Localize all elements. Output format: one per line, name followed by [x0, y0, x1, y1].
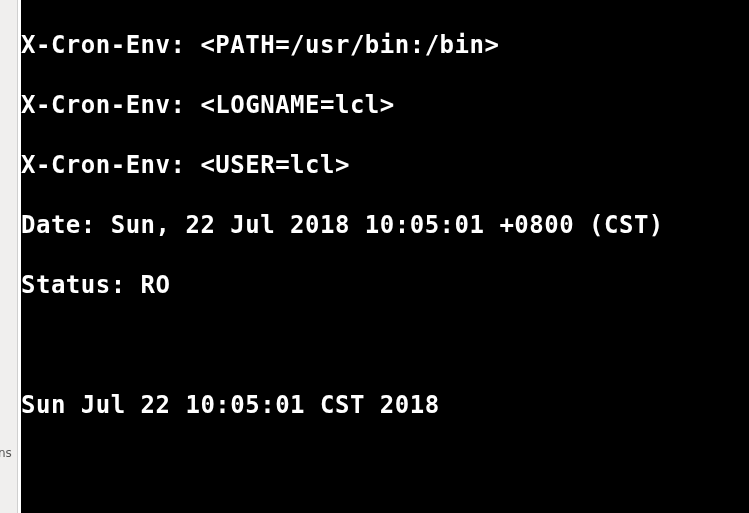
left-panel: ns [0, 0, 18, 513]
terminal-line: Status: RO [21, 270, 749, 300]
terminal-line: X-Cron-Env: <PATH=/usr/bin:/bin> [21, 30, 749, 60]
terminal-line: X-Cron-Env: <USER=lcl> [21, 150, 749, 180]
terminal-container: X-Cron-Env: <PATH=/usr/bin:/bin> X-Cron-… [18, 0, 749, 513]
terminal-line: X-Cron-Env: <LOGNAME=lcl> [21, 90, 749, 120]
terminal-output[interactable]: X-Cron-Env: <PATH=/usr/bin:/bin> X-Cron-… [21, 0, 749, 513]
terminal-line: Date: Sun, 22 Jul 2018 10:05:01 +0800 (C… [21, 210, 749, 240]
terminal-line [21, 450, 749, 480]
terminal-line: Sun Jul 22 10:05:01 CST 2018 [21, 390, 749, 420]
panel-tab-label[interactable]: ns [0, 446, 12, 460]
terminal-line [21, 330, 749, 360]
